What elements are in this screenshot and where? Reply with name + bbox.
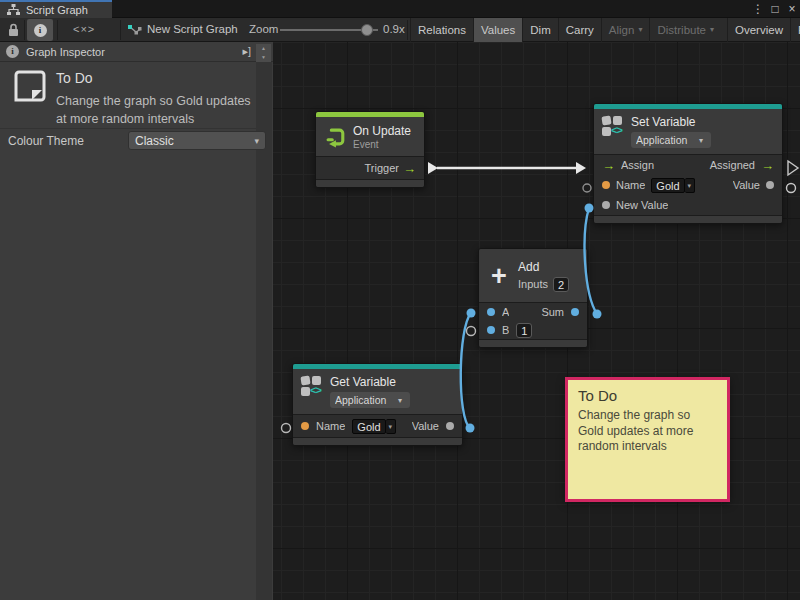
set-variable-name-outer-port[interactable]: [583, 184, 591, 192]
wire-endpoint: [467, 309, 476, 318]
node-title: Add: [518, 260, 569, 274]
variable-name-dropdown[interactable]: Gold ▾: [352, 419, 396, 434]
flow-output-port[interactable]: →: [403, 162, 416, 175]
port-value-label: Value: [412, 420, 439, 432]
get-variable-name-outer-port[interactable]: [282, 424, 291, 433]
node-title: Get Variable: [330, 375, 410, 389]
inspector-note-title: To Do: [56, 70, 93, 86]
port-trigger-label: Trigger: [362, 162, 399, 174]
panel-dock-icon[interactable]: ▸]: [242, 45, 251, 58]
inspector-title: Graph Inspector: [26, 46, 105, 58]
sticky-note-title: To Do: [578, 387, 717, 404]
tab-label: Script Graph: [26, 4, 88, 16]
port-a-label: A: [502, 306, 509, 318]
inspector-header: i Graph Inspector ▸]: [0, 42, 273, 62]
graph-canvas[interactable]: On Update Event Trigger → <> Set Variabl…: [273, 42, 800, 600]
zoom-slider-handle[interactable]: [361, 24, 373, 36]
name-input-port[interactable]: [301, 422, 309, 430]
inputs-label: Inputs: [518, 278, 548, 290]
toolbar-separator: [24, 20, 25, 40]
add-b-outer-port[interactable]: [467, 327, 476, 336]
b-input-port[interactable]: [487, 326, 495, 334]
add-icon: +: [487, 265, 511, 287]
value-output-port[interactable]: [446, 422, 454, 430]
value-output-port[interactable]: [766, 181, 774, 189]
chevron-down-icon: ▾: [699, 136, 703, 145]
maximize-icon[interactable]: □: [768, 1, 782, 17]
node-add[interactable]: + Add Inputs 2 A Sum B 1: [478, 248, 588, 348]
toolbar-separator: [57, 20, 58, 40]
flow-wire-start-arrow[interactable]: [428, 162, 438, 174]
unity-visual-scripting-window: Script Graph ⋮ □ × i <×> New Script Grap…: [0, 0, 800, 600]
chevron-down-icon: ▾: [386, 419, 397, 434]
node-footer: [316, 179, 424, 187]
values-button[interactable]: Values: [473, 18, 522, 42]
full-screen-button[interactable]: Full Screen: [790, 18, 800, 42]
colour-theme-value: Classic: [135, 134, 174, 148]
port-assign-label: Assign: [621, 159, 661, 171]
info-icon: i: [6, 45, 19, 58]
graph-toolbar: i <×> New Script Graph Zoom 0.9x Relatio…: [0, 18, 800, 42]
sticky-note-body: Change the graph so Gold updates at more…: [578, 408, 717, 455]
chevron-down-icon: ▾: [398, 396, 402, 405]
flow-output-port[interactable]: →: [761, 159, 774, 172]
chevron-down-icon: ▾: [638, 18, 642, 42]
close-icon[interactable]: ×: [785, 1, 799, 17]
carry-button[interactable]: Carry: [558, 18, 601, 42]
divider: [0, 128, 256, 129]
scroll-up-button[interactable]: ▲: [256, 44, 271, 53]
sticky-note-icon: [14, 70, 46, 104]
scroll-down-button[interactable]: ▼: [256, 53, 271, 62]
node-get-variable[interactable]: <> Get Variable Application ▾ Name Gold …: [292, 363, 463, 446]
new-value-input-port[interactable]: [602, 201, 610, 209]
toolbar-buttons: Relations Values Dim Carry Align▾ Distri…: [410, 18, 800, 42]
node-footer: [594, 215, 782, 223]
info-icon: i: [34, 24, 47, 37]
variable-icon: <>: [602, 115, 624, 137]
port-new-value-label: New Value: [616, 199, 668, 211]
inspector-toggle-button[interactable]: i: [27, 19, 53, 41]
variable-kind-dropdown[interactable]: Application ▾: [631, 132, 711, 148]
variable-icon: <>: [301, 375, 323, 397]
set-variable-value-outer-port[interactable]: [787, 184, 796, 193]
zoom-label: Zoom: [249, 23, 278, 35]
flow-wire-end-arrow: [576, 162, 586, 174]
chevron-down-icon: ▾: [254, 136, 259, 146]
lock-icon[interactable]: [8, 23, 19, 37]
inputs-count-field[interactable]: 2: [553, 277, 569, 292]
overview-button[interactable]: Overview: [727, 18, 790, 42]
relations-button[interactable]: Relations: [410, 18, 473, 42]
node-title: Set Variable: [631, 115, 711, 129]
colour-theme-dropdown[interactable]: Classic ▾: [128, 131, 266, 150]
sticky-note-to-do[interactable]: To Do Change the graph so Gold updates a…: [565, 377, 730, 502]
flow-input-port[interactable]: →: [602, 159, 615, 172]
node-subtitle: Event: [353, 139, 411, 150]
align-dropdown[interactable]: Align▾: [601, 18, 650, 42]
a-input-port[interactable]: [487, 308, 495, 316]
tab-script-graph[interactable]: Script Graph: [0, 0, 112, 18]
graph-title[interactable]: New Script Graph: [147, 23, 238, 35]
wire-endpoint: [593, 310, 602, 319]
variable-kind-dropdown[interactable]: Application ▾: [330, 392, 410, 408]
b-value-field[interactable]: 1: [516, 323, 532, 338]
chevron-down-icon: ▾: [710, 18, 714, 42]
set-variable-assigned-outer-port[interactable]: [788, 161, 798, 175]
wire-endpoint: [466, 424, 475, 433]
graph-icon: [7, 4, 20, 16]
distribute-dropdown[interactable]: Distribute▾: [649, 18, 721, 42]
variable-name-dropdown[interactable]: Gold ▾: [651, 178, 695, 193]
node-on-update[interactable]: On Update Event Trigger →: [315, 111, 425, 188]
code-view-icon[interactable]: <×>: [73, 23, 95, 35]
name-input-port[interactable]: [602, 181, 610, 189]
window-menu-icon[interactable]: ⋮: [751, 1, 765, 17]
toolbar-separator: [407, 20, 408, 40]
chevron-down-icon: ▾: [685, 178, 696, 193]
node-set-variable[interactable]: <> Set Variable Application ▾ → Assign A…: [593, 103, 783, 224]
port-sum-label: Sum: [541, 306, 564, 318]
update-loop-icon: [324, 126, 346, 148]
sum-output-port[interactable]: [571, 308, 579, 316]
title-bar: Script Graph ⋮ □ ×: [0, 0, 800, 18]
node-footer: [479, 339, 587, 347]
script-graph-asset-icon: [128, 24, 142, 37]
dim-button[interactable]: Dim: [522, 18, 557, 42]
